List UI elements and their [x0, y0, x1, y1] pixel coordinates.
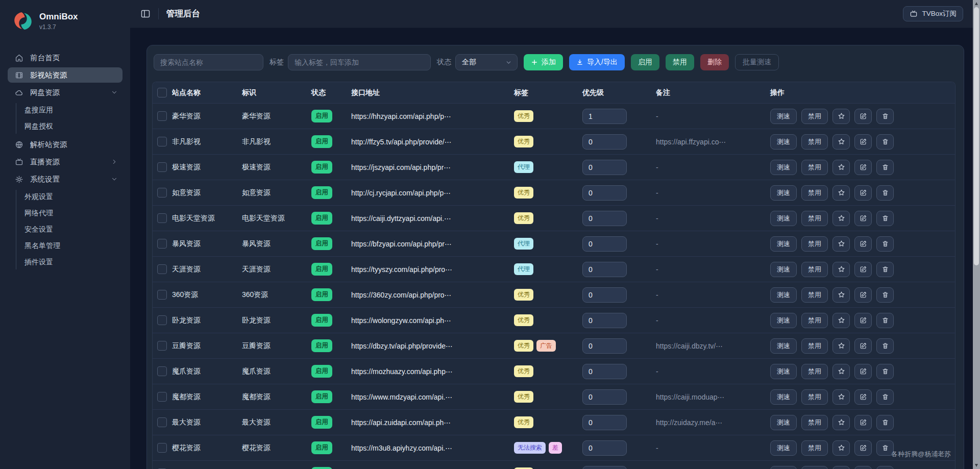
disable-button[interactable]: 禁用: [801, 389, 828, 405]
delete-button[interactable]: [876, 466, 894, 469]
favorite-button[interactable]: [832, 466, 850, 469]
edit-button[interactable]: [854, 466, 872, 469]
disable-button[interactable]: 禁用: [801, 287, 828, 303]
tvbox-subscribe-button[interactable]: TVBox订阅: [903, 6, 963, 21]
sidebar-subitem[interactable]: 盘搜应用: [0, 102, 130, 118]
priority-input[interactable]: [582, 160, 627, 175]
speedtest-button[interactable]: 测速: [770, 134, 797, 150]
favorite-button[interactable]: [832, 440, 850, 456]
favorite-button[interactable]: [832, 313, 850, 328]
row-checkbox[interactable]: [157, 162, 167, 172]
edit-button[interactable]: [854, 236, 872, 252]
bulk-delete-button[interactable]: 删除: [700, 54, 729, 70]
speedtest-button[interactable]: 测速: [770, 389, 797, 405]
priority-input[interactable]: [582, 185, 627, 201]
priority-input[interactable]: [582, 415, 627, 430]
priority-input[interactable]: [582, 262, 627, 277]
row-checkbox[interactable]: [157, 341, 167, 351]
sidebar-item-5[interactable]: 系统设置: [0, 170, 130, 188]
priority-input[interactable]: [582, 364, 627, 379]
delete-button[interactable]: [876, 415, 894, 430]
disable-button[interactable]: 禁用: [801, 211, 828, 226]
priority-input[interactable]: [582, 389, 627, 405]
delete-button[interactable]: [876, 338, 894, 354]
speedtest-button[interactable]: 测速: [770, 466, 797, 469]
priority-input[interactable]: [582, 466, 627, 469]
delete-button[interactable]: [876, 185, 894, 201]
speedtest-button[interactable]: 测速: [770, 109, 797, 124]
row-checkbox[interactable]: [157, 366, 167, 376]
edit-button[interactable]: [854, 185, 872, 201]
select-all-checkbox[interactable]: [157, 88, 167, 97]
sidebar-subitem[interactable]: 网盘授权: [0, 118, 130, 135]
delete-button[interactable]: [876, 313, 894, 328]
priority-input[interactable]: [582, 109, 627, 124]
row-checkbox[interactable]: [157, 264, 167, 274]
favorite-button[interactable]: [832, 415, 850, 430]
favorite-button[interactable]: [832, 134, 850, 150]
bulk-disable-button[interactable]: 禁用: [666, 54, 694, 70]
edit-button[interactable]: [854, 287, 872, 303]
scrollbar-down-arrow-icon[interactable]: [975, 464, 978, 467]
sidebar-item-3[interactable]: 解析站资源: [0, 136, 130, 153]
sidebar-item-4[interactable]: 直播资源: [0, 153, 130, 170]
priority-input[interactable]: [582, 313, 627, 328]
disable-button[interactable]: 禁用: [801, 466, 828, 469]
disable-button[interactable]: 禁用: [801, 185, 828, 201]
speedtest-button[interactable]: 测速: [770, 160, 797, 175]
favorite-button[interactable]: [832, 338, 850, 354]
disable-button[interactable]: 禁用: [801, 338, 828, 354]
speedtest-button[interactable]: 测速: [770, 415, 797, 430]
speedtest-button[interactable]: 测速: [770, 287, 797, 303]
delete-button[interactable]: [876, 211, 894, 226]
edit-button[interactable]: [854, 364, 872, 379]
priority-input[interactable]: [582, 134, 627, 150]
speedtest-button[interactable]: 测速: [770, 313, 797, 328]
delete-button[interactable]: [876, 364, 894, 379]
add-button[interactable]: 添加: [524, 54, 563, 70]
sidebar-subitem[interactable]: 黑名单管理: [0, 238, 130, 254]
row-checkbox[interactable]: [157, 315, 167, 325]
scrollbar-thumb[interactable]: [974, 7, 979, 265]
vertical-scrollbar[interactable]: [973, 0, 980, 469]
tag-input[interactable]: [288, 54, 431, 70]
row-checkbox[interactable]: [157, 111, 167, 121]
delete-button[interactable]: [876, 262, 894, 277]
delete-button[interactable]: [876, 389, 894, 405]
priority-input[interactable]: [582, 211, 627, 226]
favorite-button[interactable]: [832, 364, 850, 379]
sidebar-subitem[interactable]: 网络代理: [0, 205, 130, 221]
disable-button[interactable]: 禁用: [801, 262, 828, 277]
priority-input[interactable]: [582, 440, 627, 456]
edit-button[interactable]: [854, 440, 872, 456]
sidebar-subitem[interactable]: 外观设置: [0, 189, 130, 205]
sidebar-item-2[interactable]: 网盘资源: [0, 84, 130, 101]
priority-input[interactable]: [582, 338, 627, 354]
edit-button[interactable]: [854, 313, 872, 328]
sidebar-item-1[interactable]: 影视站资源: [8, 67, 122, 83]
favorite-button[interactable]: [832, 262, 850, 277]
bulk-enable-button[interactable]: 启用: [631, 54, 659, 70]
speedtest-button[interactable]: 测速: [770, 262, 797, 277]
sidebar-toggle-icon[interactable]: [140, 9, 151, 19]
favorite-button[interactable]: [832, 211, 850, 226]
edit-button[interactable]: [854, 211, 872, 226]
edit-button[interactable]: [854, 415, 872, 430]
favorite-button[interactable]: [832, 185, 850, 201]
disable-button[interactable]: 禁用: [801, 313, 828, 328]
edit-button[interactable]: [854, 134, 872, 150]
disable-button[interactable]: 禁用: [801, 364, 828, 379]
row-checkbox[interactable]: [157, 239, 167, 249]
priority-input[interactable]: [582, 287, 627, 303]
speedtest-button[interactable]: 测速: [770, 440, 797, 456]
favorite-button[interactable]: [832, 236, 850, 252]
favorite-button[interactable]: [832, 109, 850, 124]
row-checkbox[interactable]: [157, 290, 167, 300]
row-checkbox[interactable]: [157, 137, 167, 146]
speedtest-button[interactable]: 测速: [770, 211, 797, 226]
import-export-button[interactable]: 导入/导出: [569, 54, 625, 70]
sidebar-subitem[interactable]: 插件设置: [0, 254, 130, 270]
disable-button[interactable]: 禁用: [801, 415, 828, 430]
edit-button[interactable]: [854, 389, 872, 405]
delete-button[interactable]: [876, 160, 894, 175]
